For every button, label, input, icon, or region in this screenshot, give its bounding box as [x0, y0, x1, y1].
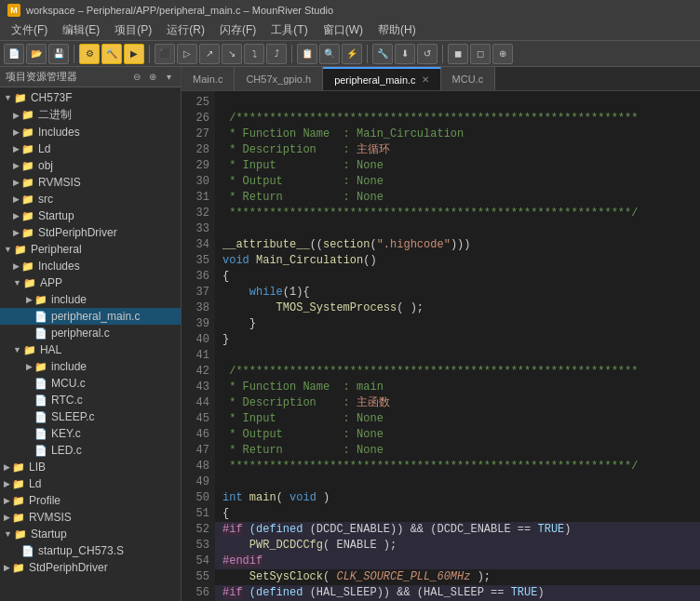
sidebar-item-ld2[interactable]: ▶ 📁 Ld	[0, 475, 181, 492]
folder-icon: 📁	[21, 160, 34, 172]
sidebar-item-binary[interactable]: ▶ 📁 二进制	[0, 106, 181, 124]
menu-flash[interactable]: 闪存(F)	[212, 20, 263, 40]
toolbar-extra3[interactable]: ⚡	[342, 44, 362, 64]
tree-label: RVMSIS	[29, 511, 72, 524]
toolbar-debug4[interactable]: ↘	[222, 44, 242, 64]
folder-icon: 📁	[21, 260, 34, 273]
tab-mcu-c[interactable]: MCU.c	[441, 67, 496, 90]
folder-icon: 📁	[34, 361, 47, 373]
folder-icon: 📁	[12, 562, 25, 574]
toolbar-misc3[interactable]: ⊕	[492, 44, 513, 64]
toolbar-misc1[interactable]: ◼	[448, 44, 468, 64]
tab-main-c[interactable]: Main.c	[182, 67, 235, 90]
menu-tools[interactable]: 工具(T)	[263, 20, 315, 40]
sidebar-item-key-c[interactable]: ▶ 📄 KEY.c	[0, 425, 181, 442]
sidebar-item-startup2[interactable]: ▼ 📁 Startup	[0, 526, 181, 542]
title-bar: M workspace – Peripheral/APP/peripheral_…	[0, 0, 700, 20]
toolbar-debug5[interactable]: ⤵	[244, 44, 264, 64]
tree-label: src	[38, 193, 53, 206]
sidebar-title: 项目资源管理器	[6, 70, 77, 84]
sidebar-item-sleep-c[interactable]: ▶ 📄 SLEEP.c	[0, 408, 181, 425]
title-text: workspace – Peripheral/APP/peripheral_ma…	[26, 5, 333, 16]
sidebar-item-rvmsis[interactable]: ▶ 📁 RVMSIS	[0, 174, 181, 191]
toolbar-build1[interactable]: ⚙	[79, 44, 100, 64]
code-editor[interactable]: 2526272829303132333435363738394041424344…	[182, 91, 700, 601]
folder-icon: 📁	[21, 210, 34, 222]
sidebar-item-startup-ch573s[interactable]: ▶ 📄 startup_CH573.S	[0, 542, 181, 559]
sidebar-item-rvmsis2[interactable]: ▶ 📁 RVMSIS	[0, 509, 181, 526]
sidebar-item-stdperiph2[interactable]: ▶ 📁 StdPeriphDriver	[0, 559, 181, 576]
sidebar-item-src[interactable]: ▶ 📁 src	[0, 191, 181, 207]
folder-icon: 📁	[21, 227, 34, 239]
toolbar-save[interactable]: 💾	[48, 44, 69, 64]
chevron-down-icon: ▼	[13, 278, 21, 287]
sidebar-item-led-c[interactable]: ▶ 📄 LED.c	[0, 442, 181, 459]
menu-window[interactable]: 窗口(W)	[316, 20, 370, 40]
tab-close-icon[interactable]: ✕	[422, 74, 429, 85]
sidebar-item-lib[interactable]: ▶ 📁 LIB	[0, 459, 181, 475]
folder-icon: 📁	[14, 92, 27, 104]
toolbar-sep-4	[367, 45, 368, 63]
menu-help[interactable]: 帮助(H)	[370, 20, 424, 40]
toolbar-chip[interactable]: 🔧	[372, 44, 393, 64]
sidebar-item-includes1[interactable]: ▶ 📁 Includes	[0, 124, 181, 140]
toolbar-build2[interactable]: 🔨	[101, 44, 122, 64]
tree-label: SLEEP.c	[51, 410, 94, 423]
toolbar-debug3[interactable]: ↗	[199, 44, 220, 64]
menu-project[interactable]: 项目(P)	[107, 20, 159, 40]
toolbar-debug1[interactable]: ⬛	[155, 44, 175, 64]
sidebar-item-mcu-c[interactable]: ▶ 📄 MCU.c	[0, 375, 181, 392]
sidebar-item-include3[interactable]: ▶ 📁 include	[0, 291, 181, 308]
sidebar-item-peripheral[interactable]: ▼ 📁 Peripheral	[0, 241, 181, 258]
sidebar-item-stdperiph[interactable]: ▶ 📁 StdPeriphDriver	[0, 224, 181, 241]
editor-area: Main.c CH57x_gpio.h peripheral_main.c ✕ …	[182, 67, 700, 601]
menu-file[interactable]: 文件(F)	[4, 20, 55, 40]
sidebar-menu-btn[interactable]: ▾	[162, 71, 175, 84]
main-layout: 项目资源管理器 ⊖ ⊕ ▾ ▼ 📁 CH573F ▶ 📁 二进制 ▶ 📁	[0, 67, 700, 601]
toolbar-download[interactable]: ⬇	[395, 44, 415, 64]
toolbar-reset[interactable]: ↺	[417, 44, 438, 64]
sidebar-item-hal[interactable]: ▼ 📁 HAL	[0, 341, 181, 358]
tree-label: Ld	[29, 477, 41, 490]
tab-peripheral-main-c[interactable]: peripheral_main.c ✕	[323, 67, 440, 90]
tree-label: RTC.c	[51, 394, 83, 407]
sidebar-item-rtc-c[interactable]: ▶ 📄 RTC.c	[0, 392, 181, 408]
sidebar-item-profile[interactable]: ▶ 📁 Profile	[0, 492, 181, 509]
toolbar-extra2[interactable]: 🔍	[319, 44, 340, 64]
menu-run[interactable]: 运行(R)	[159, 20, 212, 40]
toolbar-debug6[interactable]: ⤴	[266, 44, 287, 64]
toolbar-debug2[interactable]: ▷	[177, 44, 197, 64]
folder-icon: 📁	[21, 127, 34, 139]
chevron-right-icon: ▶	[13, 194, 20, 204]
sidebar-item-include4[interactable]: ▶ 📁 include	[0, 358, 181, 375]
sidebar-item-app[interactable]: ▼ 📁 APP	[0, 274, 181, 291]
tree-label: LIB	[29, 461, 46, 474]
sidebar-item-ch573f[interactable]: ▼ 📁 CH573F	[0, 89, 181, 106]
file-c-icon: 📄	[34, 411, 47, 423]
folder-icon: 📁	[12, 512, 25, 524]
toolbar-open[interactable]: 📂	[26, 44, 47, 64]
sidebar-item-peripheral-main-c[interactable]: ▶ 📄 peripheral_main.c	[0, 308, 181, 325]
toolbar-misc2[interactable]: ◻	[470, 44, 491, 64]
toolbar-new[interactable]: 📄	[4, 44, 24, 64]
sidebar-item-ld[interactable]: ▶ 📁 Ld	[0, 140, 181, 157]
tab-label: MCU.c	[452, 73, 484, 85]
sidebar-expand-btn[interactable]: ⊕	[146, 71, 159, 84]
sidebar-item-startup[interactable]: ▶ 📁 Startup	[0, 207, 181, 224]
sidebar-collapse-btn[interactable]: ⊖	[130, 71, 143, 84]
code-content[interactable]: /***************************************…	[215, 91, 700, 601]
file-c-icon: 📄	[34, 428, 47, 440]
tree-label: obj	[38, 159, 53, 172]
folder-icon: 📁	[23, 277, 36, 289]
chevron-right-icon: ▶	[4, 462, 10, 472]
toolbar-build3[interactable]: ▶	[124, 44, 144, 64]
sidebar-tree: ▼ 📁 CH573F ▶ 📁 二进制 ▶ 📁 Includes ▶ 📁 Ld ▶	[0, 87, 181, 601]
sidebar-item-obj[interactable]: ▶ 📁 obj	[0, 157, 181, 174]
toolbar-extra1[interactable]: 📋	[297, 44, 317, 64]
tab-ch57x-gpio-h[interactable]: CH57x_gpio.h	[235, 67, 323, 90]
sidebar-item-peripheral-c[interactable]: ▶ 📄 peripheral.c	[0, 325, 181, 341]
menu-edit[interactable]: 编辑(E)	[55, 20, 107, 40]
chevron-down-icon: ▼	[13, 345, 21, 354]
folder-icon: 📁	[21, 143, 34, 155]
sidebar-item-includes2[interactable]: ▶ 📁 Includes	[0, 258, 181, 274]
